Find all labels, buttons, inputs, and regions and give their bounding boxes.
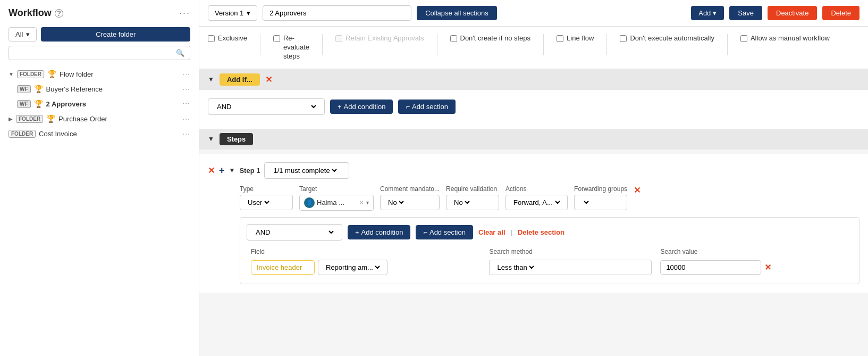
folder-badge: FOLDER — [9, 130, 36, 138]
add-if-condition-row: AND OR + Add condition ⌐ Add section — [208, 98, 859, 115]
sidebar-title: Workflow ? — [9, 7, 63, 19]
add-if-tag[interactable]: Add if... — [220, 73, 260, 86]
sidebar-header: Workflow ? ··· — [0, 0, 199, 23]
all-dropdown[interactable]: All ▾ — [9, 27, 37, 42]
inner-and-dropdown[interactable]: AND OR — [254, 228, 335, 237]
search-icon: 🔍 — [176, 49, 184, 57]
target-clear-icon[interactable]: ✕ — [359, 199, 364, 206]
delete-button[interactable]: Delete — [822, 6, 859, 20]
step1-must-complete-dropdown[interactable]: 1/1 must complete — [271, 166, 339, 175]
option-nocreate: Don't create if no steps — [450, 34, 531, 43]
collapse-all-button[interactable]: Collapse all sections — [417, 6, 497, 20]
target-avatar: 👤 — [304, 197, 315, 208]
steps-tag[interactable]: Steps — [220, 133, 253, 145]
search-value-input[interactable] — [660, 260, 761, 275]
step1-row-delete-icon[interactable]: ✕ — [634, 185, 641, 195]
add-label: Add — [698, 9, 711, 17]
buyers-reference-label: Buyer's Reference — [46, 85, 180, 93]
comment-dropdown[interactable]: No — [386, 198, 406, 207]
type-dropdown[interactable]: User — [246, 198, 271, 207]
comment-select[interactable]: No — [380, 195, 440, 210]
workflow-name-input[interactable] — [263, 5, 411, 21]
step1-must-complete-select[interactable]: 1/1 must complete — [264, 162, 349, 179]
field-table-row: Invoice header Reporting am... — [247, 258, 853, 277]
sidebar-search-box[interactable]: 🔍 — [9, 46, 190, 60]
flow-folder-more-icon[interactable]: ··· — [182, 70, 190, 78]
add-if-arrow-icon[interactable]: ▼ — [208, 76, 214, 83]
lineflow-checkbox[interactable] — [557, 35, 563, 42]
reevaluate-checkbox[interactable] — [273, 35, 280, 42]
sidebar-search-input[interactable] — [14, 49, 173, 57]
retain-checkbox[interactable] — [335, 35, 342, 42]
search-value-delete-icon[interactable]: ✕ — [764, 262, 771, 272]
target-field[interactable]: 👤 Haima ... ✕ ▾ — [299, 195, 374, 211]
sidebar-more-icon[interactable]: ··· — [179, 7, 190, 19]
search-value-col-header: Search value — [656, 246, 853, 258]
divider — [543, 34, 544, 55]
options-row: Exclusive Re-evaluatesteps Retain Existi… — [199, 27, 868, 69]
inner-add-condition-button[interactable]: + Add condition — [348, 225, 410, 239]
folder-arrow-icon[interactable]: ▶ — [9, 116, 13, 122]
reporting-select[interactable]: Reporting am... — [318, 260, 387, 275]
actions-dropdown[interactable]: Forward, A... — [511, 198, 562, 207]
sidebar-item-purchase-order[interactable]: ▶ FOLDER 🏆 Purchase Order ··· — [0, 111, 199, 126]
reevaluate-label: Re-evaluatesteps — [283, 34, 309, 61]
actions-select[interactable]: Forward, A... — [505, 195, 568, 210]
steps-area: ✕ + ▼ Step 1 1/1 must complete Type — [199, 154, 868, 293]
type-col: Type User — [240, 185, 293, 210]
purchase-order-label: Purchase Order — [58, 115, 179, 123]
add-if-and-select[interactable]: AND OR — [208, 98, 325, 115]
require-dropdown[interactable]: No — [452, 198, 471, 207]
search-method-select[interactable]: Less than — [489, 260, 652, 275]
deactivate-button[interactable]: Deactivate — [768, 6, 817, 20]
all-label: All — [15, 30, 23, 38]
purchase-order-more-icon[interactable]: ··· — [182, 114, 190, 123]
forwarding-select[interactable] — [574, 195, 627, 210]
trophy-icon: 🏆 — [34, 100, 43, 108]
buyers-reference-more-icon[interactable]: ··· — [182, 85, 190, 93]
sidebar-item-flow-folder[interactable]: ▼ FOLDER 🏆 Flow folder ··· — [0, 67, 199, 81]
clear-all-button[interactable]: Clear all — [478, 228, 505, 236]
forwarding-dropdown[interactable] — [580, 198, 591, 207]
steps-arrow-icon[interactable]: ▼ — [208, 135, 214, 143]
delete-section-button[interactable]: Delete section — [518, 228, 564, 236]
search-method-dropdown[interactable]: Less than — [495, 263, 536, 272]
add-button[interactable]: Add ▾ — [691, 6, 724, 20]
folder-arrow-icon[interactable]: ▼ — [9, 71, 14, 77]
2-approvers-more-icon[interactable]: ··· — [182, 100, 190, 108]
add-if-add-condition-button[interactable]: + Add condition — [330, 100, 393, 114]
add-if-close-icon[interactable]: ✕ — [265, 74, 272, 85]
target-col-label: Target — [299, 185, 374, 193]
add-if-and-dropdown[interactable]: AND OR — [215, 102, 318, 111]
sidebar-item-cost-invoice[interactable]: FOLDER Cost Invoice ··· — [0, 126, 199, 141]
step1-delete-icon[interactable]: ✕ — [208, 165, 215, 176]
cost-invoice-more-icon[interactable]: ··· — [182, 129, 190, 138]
bracket-icon: ⌐ — [406, 103, 410, 111]
add-if-add-section-button[interactable]: ⌐ Add section — [398, 100, 456, 114]
folder-badge: FOLDER — [16, 115, 43, 123]
help-icon[interactable]: ? — [55, 9, 63, 18]
trophy-icon: 🏆 — [34, 85, 43, 93]
content-area: ▼ Add if... ✕ AND OR + Add condition ⌐ — [199, 69, 868, 356]
step1-add-icon[interactable]: + — [219, 165, 225, 176]
exclusive-checkbox[interactable] — [208, 35, 215, 42]
inner-add-section-button[interactable]: ⌐ Add section — [416, 225, 473, 239]
step1-arrow-icon[interactable]: ▼ — [229, 167, 235, 174]
create-folder-button[interactable]: Create folder — [41, 27, 190, 42]
nocreate-checkbox[interactable] — [450, 35, 457, 42]
inner-and-select[interactable]: AND OR — [247, 224, 342, 241]
field-table: Field Search method Search value Invoice… — [247, 246, 853, 277]
manualworkflow-checkbox[interactable] — [740, 35, 747, 42]
noexecute-checkbox[interactable] — [620, 35, 627, 42]
save-button[interactable]: Save — [729, 6, 762, 20]
type-select[interactable]: User — [240, 195, 293, 210]
sidebar-item-2-approvers[interactable]: WF 🏆 2 Approvers ··· — [0, 96, 199, 111]
divider-pipe: | — [511, 228, 512, 236]
version-select[interactable]: Version 1 ▾ — [208, 5, 257, 21]
lineflow-label: Line flow — [567, 34, 594, 43]
sidebar-item-buyers-reference[interactable]: WF 🏆 Buyer's Reference ··· — [0, 81, 199, 96]
require-select[interactable]: No — [446, 195, 499, 210]
target-chevron-icon[interactable]: ▾ — [366, 200, 369, 205]
version-chevron-icon: ▾ — [247, 9, 250, 17]
reporting-dropdown[interactable]: Reporting am... — [324, 263, 382, 272]
